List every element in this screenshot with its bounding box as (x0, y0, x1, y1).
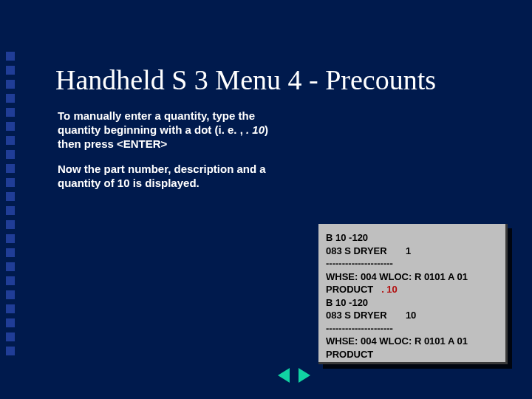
terminal-line: WHSE: 004 WLOC: R 0101 A 01 (326, 335, 498, 348)
terminal-line: B 10 -120 (326, 296, 498, 310)
prev-slide-icon[interactable] (278, 368, 290, 383)
terminal-line: --------------------- (326, 322, 498, 335)
terminal-line: 083 S DRYER 10 (326, 309, 498, 322)
slide-title: Handheld S 3 Menu 4 - Precounts (55, 64, 436, 96)
terminal-line: PRODUCT (326, 348, 498, 361)
terminal-line: B 10 -120 (326, 231, 498, 245)
terminal-line: WHSE: 004 WLOC: R 0101 A 01 (326, 270, 498, 284)
body-p1-emphasis: . 10 (246, 123, 265, 136)
decorative-square-column (6, 52, 16, 355)
nav-arrows (278, 368, 310, 383)
body-text-block: To manually enter a quantity, type the q… (58, 109, 279, 191)
terminal-line: --------------------- (326, 257, 498, 270)
body-p2: Now the part number, description and a q… (58, 163, 279, 191)
next-slide-icon[interactable] (299, 368, 310, 383)
terminal-line: 083 S DRYER 1 (326, 245, 498, 258)
terminal-line: PRODUCT . 10 (326, 283, 498, 296)
body-p1-a: To manually enter a quantity, type the q… (58, 109, 255, 136)
terminal-panel: B 10 -120 083 S DRYER 1 ----------------… (318, 224, 508, 364)
terminal-input-value: . 10 (381, 284, 398, 295)
